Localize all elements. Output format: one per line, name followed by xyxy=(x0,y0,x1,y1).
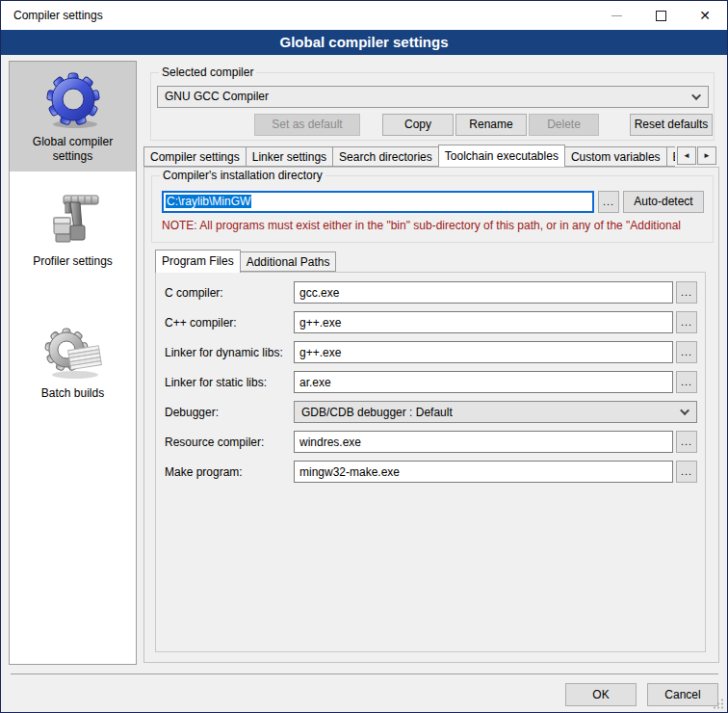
delete-button: Delete xyxy=(529,114,599,136)
maximize-icon xyxy=(656,11,666,21)
tab-custom-variables[interactable]: Custom variables xyxy=(564,146,667,167)
tab-search-directories[interactable]: Search directories xyxy=(332,146,439,167)
dynamic-linker-browse-button[interactable]: ... xyxy=(676,341,697,363)
window-controls: ✕ xyxy=(594,1,727,30)
compiler-select-value: GNU GCC Compiler xyxy=(165,87,269,107)
field-label: Make program: xyxy=(165,465,294,479)
cpp-compiler-row: C++ compiler: ... xyxy=(165,311,697,333)
compiler-select[interactable]: GNU GCC Compiler xyxy=(157,86,709,108)
minimize-icon xyxy=(611,15,622,16)
close-button[interactable]: ✕ xyxy=(683,1,727,30)
program-files-page: C compiler: ... C++ compiler: ... Linker… xyxy=(155,272,706,652)
tab-scroll-right-icon[interactable]: ► xyxy=(697,146,716,165)
ok-button[interactable]: OK xyxy=(565,683,637,706)
program-files-tab-strip: Program Files Additional Paths xyxy=(155,249,335,272)
static-linker-row: Linker for static libs: ... xyxy=(165,371,697,393)
dynamic-linker-input[interactable] xyxy=(294,341,673,363)
installation-directory-group: Compiler's installation directory C:\ray… xyxy=(151,175,714,243)
cancel-button[interactable]: Cancel xyxy=(647,683,718,706)
c-compiler-browse-button[interactable]: ... xyxy=(676,281,697,304)
group-legend: Compiler's installation directory xyxy=(160,170,325,182)
caliper-icon xyxy=(42,189,104,251)
minimize-button[interactable] xyxy=(594,1,638,30)
tab-program-files[interactable]: Program Files xyxy=(155,250,241,273)
installation-directory-row: C:\raylib\MinGW ... Auto-detect xyxy=(162,191,704,213)
selected-compiler-group: Selected compiler GNU GCC Compiler Set a… xyxy=(150,72,715,141)
settings-category-list: Global compiler settings xyxy=(9,61,137,665)
field-label: C compiler: xyxy=(165,286,294,300)
title-bar: Compiler settings ✕ xyxy=(1,1,727,30)
tab-toolchain-executables[interactable]: Toolchain executables xyxy=(438,145,565,167)
cpp-compiler-browse-button[interactable]: ... xyxy=(676,311,697,333)
sidebar-item-global-compiler-settings[interactable]: Global compiler settings xyxy=(10,62,136,172)
gray-gear-stack-icon xyxy=(42,321,104,383)
sidebar-item-batch-builds[interactable]: Batch builds xyxy=(10,313,136,409)
copy-button[interactable]: Copy xyxy=(382,114,454,136)
auto-detect-button[interactable]: Auto-detect xyxy=(623,191,704,213)
browse-directory-button[interactable]: ... xyxy=(598,191,619,213)
field-label: C++ compiler: xyxy=(165,316,294,330)
selected-path-text: C:\raylib\MinGW xyxy=(166,195,251,208)
compiler-settings-dialog: Compiler settings ✕ Global compiler sett… xyxy=(0,0,728,713)
static-linker-browse-button[interactable]: ... xyxy=(676,371,697,393)
resource-compiler-input[interactable] xyxy=(294,431,673,453)
static-linker-input[interactable] xyxy=(294,371,673,393)
dynamic-linker-row: Linker for dynamic libs: ... xyxy=(165,341,697,363)
resize-grip[interactable] xyxy=(714,699,724,709)
blue-gear-icon xyxy=(42,69,104,131)
chevron-down-icon xyxy=(680,406,689,415)
installation-directory-input[interactable]: C:\raylib\MinGW xyxy=(162,191,594,213)
footer-divider xyxy=(11,673,718,674)
tab-build-options[interactable]: Build options xyxy=(666,146,675,167)
group-legend: Selected compiler xyxy=(159,66,256,79)
c-compiler-input[interactable] xyxy=(294,281,673,304)
install-directory-note: NOTE: All programs must exist either in … xyxy=(162,219,711,232)
cpp-compiler-input[interactable] xyxy=(294,311,673,333)
close-icon: ✕ xyxy=(699,9,711,22)
set-as-default-button: Set as default xyxy=(254,114,360,136)
tab-scroll-buttons: ◄ ► xyxy=(677,146,716,165)
sidebar-item-profiler-settings[interactable]: Profiler settings xyxy=(10,181,136,277)
reset-defaults-button[interactable]: Reset defaults xyxy=(630,114,713,136)
c-compiler-row: C compiler: ... xyxy=(165,281,697,304)
sidebar-item-label: Global compiler settings xyxy=(12,135,134,164)
resource-compiler-browse-button[interactable]: ... xyxy=(676,431,697,453)
debugger-row: Debugger: GDB/CDB debugger : Default xyxy=(165,401,697,423)
debugger-select[interactable]: GDB/CDB debugger : Default xyxy=(294,401,697,423)
debugger-select-value: GDB/CDB debugger : Default xyxy=(301,406,453,419)
page-title: Global compiler settings xyxy=(1,30,727,55)
tab-linker-settings[interactable]: Linker settings xyxy=(246,146,333,167)
sidebar-item-label: Batch builds xyxy=(41,386,104,401)
maximize-button[interactable] xyxy=(638,1,683,30)
make-program-browse-button[interactable]: ... xyxy=(676,461,697,483)
settings-tab-strip: Compiler settings Linker settings Search… xyxy=(143,145,675,167)
toolchain-executables-page: Compiler's installation directory C:\ray… xyxy=(143,167,719,663)
tab-scroll-left-icon[interactable]: ◄ xyxy=(677,146,696,165)
tab-compiler-settings[interactable]: Compiler settings xyxy=(143,146,247,167)
field-label: Linker for dynamic libs: xyxy=(165,346,294,359)
chevron-down-icon xyxy=(691,91,701,100)
make-program-input[interactable] xyxy=(294,461,673,483)
field-label: Resource compiler: xyxy=(165,436,294,449)
window-title: Compiler settings xyxy=(1,9,103,22)
sidebar-item-label: Profiler settings xyxy=(33,254,113,269)
field-label: Linker for static libs: xyxy=(165,376,294,389)
resource-compiler-row: Resource compiler: ... xyxy=(165,431,697,453)
field-label: Debugger: xyxy=(165,406,294,419)
rename-button[interactable]: Rename xyxy=(455,114,527,136)
make-program-row: Make program: ... xyxy=(165,461,697,483)
tab-additional-paths[interactable]: Additional Paths xyxy=(240,251,337,272)
